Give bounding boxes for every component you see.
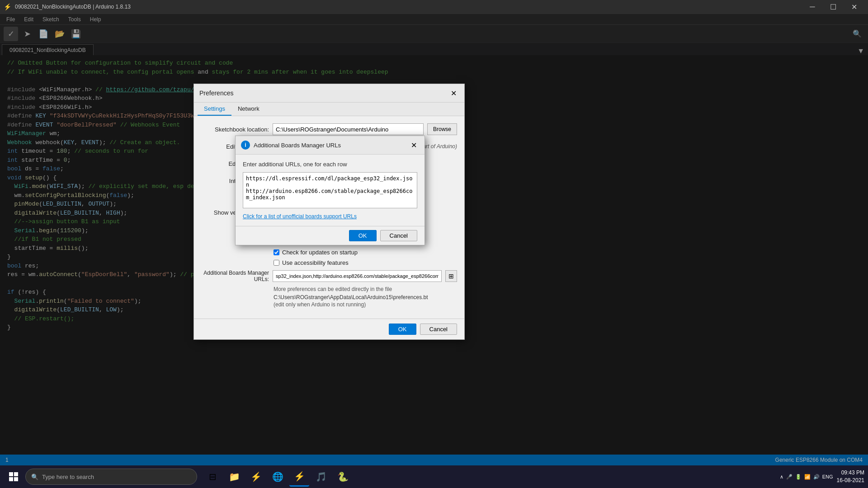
tray-lang: ENG bbox=[822, 474, 833, 479]
clock-date: 16-08-2021 bbox=[837, 477, 864, 484]
more-prefs-note: More preferences can be edited directly … bbox=[274, 286, 457, 292]
accessibility-row: Use accessibility features bbox=[274, 259, 457, 266]
title-bar: ⚡ 09082021_NonBlockingAutoDB | Arduino 1… bbox=[0, 0, 868, 14]
taskbar-file-explorer[interactable]: 📁 bbox=[224, 467, 244, 487]
search-placeholder: Type here to search bbox=[42, 474, 94, 480]
tab-settings[interactable]: Settings bbox=[198, 103, 231, 116]
unofficial-boards-link[interactable]: Click for a list of unofficial boards su… bbox=[243, 213, 417, 220]
search-icon: 🔍 bbox=[31, 474, 38, 480]
sub-dialog-title-bar: i Additional Boards Manager URLs ✕ bbox=[236, 136, 425, 155]
preferences-title-bar: Preferences ✕ bbox=[194, 84, 464, 103]
sub-dialog-close-button[interactable]: ✕ bbox=[408, 140, 419, 150]
start-button[interactable] bbox=[4, 467, 24, 487]
check-updates-label: Check for updates on startup bbox=[282, 249, 358, 256]
sub-dialog-cancel-button[interactable]: Cancel bbox=[380, 230, 417, 241]
additional-urls-icon-button[interactable]: ⊞ bbox=[445, 270, 457, 282]
prefs-path: C:\Users\ROGstranger\AppData\Local\Ardui… bbox=[274, 294, 457, 300]
app-icon: ⚡ bbox=[4, 3, 11, 10]
check-updates-checkbox[interactable] bbox=[274, 249, 279, 255]
preferences-tabs: Settings Network bbox=[194, 103, 464, 116]
taskbar-icons: ⊟ 📁 ⚡ 🌐 ⚡ 🎵 🐍 bbox=[203, 467, 353, 487]
sub-dialog-ok-button[interactable]: OK bbox=[349, 230, 377, 241]
preferences-ok-button[interactable]: OK bbox=[389, 324, 416, 335]
minimize-button[interactable]: ─ bbox=[802, 0, 823, 14]
taskbar: 🔍 Type here to search ⊟ 📁 ⚡ 🌐 ⚡ 🎵 🐍 ∧ 🎤 … bbox=[0, 465, 868, 488]
sketchbook-label: Sketchbook location: bbox=[201, 126, 269, 133]
taskbar-app4[interactable]: 🐍 bbox=[333, 467, 353, 487]
taskbar-search[interactable]: 🔍 Type here to search bbox=[25, 469, 197, 485]
browse-button[interactable]: Browse bbox=[427, 123, 457, 135]
title-bar-controls: ─ ☐ ✕ bbox=[802, 0, 864, 14]
info-icon: i bbox=[241, 141, 250, 150]
tray-battery: 🔋 bbox=[795, 474, 802, 480]
taskbar-app3[interactable]: 🎵 bbox=[311, 467, 331, 487]
clock[interactable]: 09:43 PM 16-08-2021 bbox=[837, 469, 864, 484]
accessibility-label: Use accessibility features bbox=[282, 259, 349, 266]
preferences-footer: OK Cancel bbox=[194, 319, 464, 339]
additional-urls-label: Additional Boards Manager URLs: bbox=[201, 270, 269, 282]
tab-network[interactable]: Network bbox=[231, 103, 266, 116]
tray-mic: 🎤 bbox=[786, 474, 793, 480]
tray-up-arrow[interactable]: ∧ bbox=[780, 474, 783, 480]
preferences-close-button[interactable]: ✕ bbox=[448, 88, 459, 99]
sub-dialog-description: Enter additional URLs, one for each row bbox=[243, 161, 417, 168]
clock-time: 09:43 PM bbox=[837, 469, 864, 477]
sub-dialog-content: Enter additional URLs, one for each row … bbox=[236, 155, 425, 226]
tray-volume: 🔊 bbox=[813, 474, 820, 480]
windows-icon bbox=[9, 472, 18, 481]
additional-urls-input[interactable] bbox=[273, 270, 442, 282]
maximize-button[interactable]: ☐ bbox=[823, 0, 844, 14]
sketchbook-row: Sketchbook location: Browse bbox=[201, 123, 457, 135]
sub-dialog-title-left: i Additional Boards Manager URLs bbox=[241, 141, 341, 150]
sketchbook-input[interactable] bbox=[273, 123, 424, 135]
taskbar-task-view[interactable]: ⊟ bbox=[203, 467, 222, 487]
close-button[interactable]: ✕ bbox=[844, 0, 864, 14]
additional-urls-row: Additional Boards Manager URLs: ⊞ bbox=[201, 270, 457, 282]
check-updates-row: Check for updates on startup bbox=[274, 249, 457, 256]
preferences-cancel-button[interactable]: Cancel bbox=[420, 324, 457, 335]
title-bar-left: ⚡ 09082021_NonBlockingAutoDB | Arduino 1… bbox=[4, 3, 131, 10]
taskbar-app2[interactable]: 🌐 bbox=[268, 467, 288, 487]
taskbar-right: ∧ 🎤 🔋 📶 🔊 ENG 09:43 PM 16-08-2021 bbox=[780, 469, 864, 484]
edit-note: (edit only when Arduino is not running) bbox=[274, 301, 457, 308]
system-tray: ∧ 🎤 🔋 📶 🔊 ENG bbox=[780, 474, 833, 480]
preferences-title: Preferences bbox=[199, 89, 233, 97]
accessibility-checkbox[interactable] bbox=[274, 260, 279, 266]
urls-textarea[interactable]: https://dl.espressif.com/dl/package_esp3… bbox=[243, 172, 417, 208]
window-title: 09082021_NonBlockingAutoDB | Arduino 1.8… bbox=[15, 4, 131, 10]
sub-dialog-boards-urls: i Additional Boards Manager URLs ✕ Enter… bbox=[235, 136, 425, 245]
taskbar-app1[interactable]: ⚡ bbox=[246, 467, 266, 487]
tray-wifi: 📶 bbox=[804, 474, 811, 480]
sub-dialog-title-text: Additional Boards Manager URLs bbox=[254, 142, 341, 149]
sub-dialog-footer: OK Cancel bbox=[236, 226, 425, 245]
taskbar-arduino[interactable]: ⚡ bbox=[289, 467, 309, 487]
